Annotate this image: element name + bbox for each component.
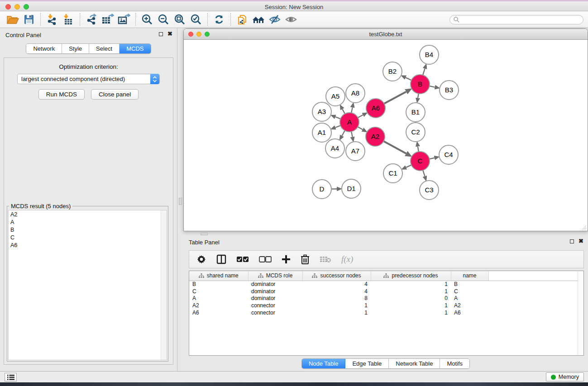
cell-successor_nodes[interactable]: 1 (302, 302, 371, 309)
table-row[interactable]: Bdominator41B (189, 281, 582, 288)
column-visibility-button[interactable] (216, 254, 226, 264)
column-header-name[interactable]: name (451, 271, 488, 281)
graph-node-B1[interactable]: B1 (406, 103, 425, 122)
graph-edge-A-A1[interactable] (335, 125, 340, 127)
column-header-shared-name[interactable]: shared name (189, 271, 248, 281)
run-mcds-button[interactable]: Run MCDS (38, 89, 85, 100)
graph-node-C1[interactable]: C1 (383, 164, 402, 183)
graph-node-C2[interactable]: C2 (406, 123, 425, 142)
cell-successor_nodes[interactable]: 4 (302, 288, 371, 295)
graph-node-B2[interactable]: B2 (383, 62, 402, 81)
result-list-scrollbar[interactable] (161, 210, 167, 360)
mcds-result-item[interactable]: A (9, 218, 167, 226)
cell-mcds_role[interactable]: dominator (248, 281, 302, 288)
search-input[interactable] (449, 15, 583, 24)
import-table-button[interactable] (60, 13, 76, 26)
close-panel-button[interactable]: Close panel (91, 89, 139, 100)
table-row[interactable]: Cdominator41C (189, 288, 582, 295)
cell-shared_name[interactable]: C (189, 288, 248, 295)
graph-node-B[interactable]: B (411, 75, 430, 94)
cell-predecessor_nodes[interactable]: 1 (371, 288, 451, 295)
tab-network-table[interactable]: Network Table (389, 359, 440, 368)
graph-node-D1[interactable]: D1 (342, 179, 361, 198)
cell-successor_nodes[interactable]: 4 (302, 281, 371, 288)
cell-predecessor_nodes[interactable]: 1 (371, 281, 451, 288)
cell-successor_nodes[interactable]: 8 (302, 295, 371, 302)
graph-node-A2[interactable]: A2 (366, 127, 385, 146)
graph-edge-A-A6[interactable] (358, 115, 363, 118)
tab-mcds[interactable]: MCDS (120, 44, 150, 53)
open-session-button[interactable] (5, 13, 21, 26)
criterion-dropdown[interactable]: largest connected component (directed) (17, 74, 160, 84)
cell-shared_name[interactable]: B (189, 281, 248, 288)
graph-edge-A-A2[interactable] (358, 127, 363, 129)
graph-node-A4[interactable]: A4 (325, 139, 344, 158)
memory-button[interactable]: Memory (546, 372, 584, 381)
close-panel-icon[interactable]: ✖ (167, 32, 172, 36)
mcds-result-item[interactable]: A6 (9, 241, 167, 249)
save-session-button[interactable] (21, 13, 37, 26)
mcds-result-item[interactable]: B (9, 226, 167, 234)
hide-selected-button[interactable] (267, 13, 283, 26)
graph-edge-A-A8[interactable] (351, 107, 352, 113)
graph-node-C3[interactable]: C3 (420, 181, 439, 200)
delete-table-button[interactable] (320, 255, 331, 263)
zoom-selected-button[interactable] (188, 13, 204, 26)
import-network-button[interactable] (44, 13, 60, 26)
graph-edge-B-B3[interactable] (430, 86, 435, 87)
graph-edge-C-C2[interactable] (418, 147, 419, 152)
graph-node-C4[interactable]: C4 (439, 145, 458, 164)
mcds-result-list[interactable]: A2ABCA6 (8, 210, 167, 360)
cell-predecessor_nodes[interactable]: 0 (371, 295, 451, 302)
graph-edge-A-A7[interactable] (351, 132, 352, 137)
tab-motifs[interactable]: Motifs (440, 359, 469, 368)
mcds-result-item[interactable]: C (9, 234, 167, 241)
vertical-splitter-handle[interactable] (179, 198, 182, 205)
graph-node-B3[interactable]: B3 (440, 81, 459, 100)
cell-mcds_role[interactable]: connector (248, 302, 302, 309)
function-builder-button[interactable]: f(x) (341, 254, 353, 264)
column-header-predecessor-nodes[interactable]: predecessor nodes (371, 271, 451, 281)
first-neighbors-button[interactable] (250, 13, 267, 26)
show-hidden-button[interactable] (283, 13, 299, 26)
graph-node-A5[interactable]: A5 (326, 87, 345, 106)
graph-node-D[interactable]: D (312, 180, 331, 199)
zoom-fit-button[interactable] (172, 13, 188, 26)
graph-edge-B-B1[interactable] (418, 94, 419, 98)
export-image-button[interactable] (116, 13, 132, 26)
graph-edge-C-C1[interactable] (406, 165, 411, 167)
cell-shared_name[interactable]: A6 (189, 309, 248, 316)
duplicate-network-button[interactable] (234, 13, 250, 26)
graph-edge-A2-C[interactable] (383, 141, 406, 153)
task-history-button[interactable] (5, 373, 17, 381)
export-network-button[interactable] (83, 13, 100, 26)
graph-node-B4[interactable]: B4 (420, 45, 439, 64)
tab-edge-table[interactable]: Edge Table (345, 359, 389, 368)
graph-edge-A-A5[interactable] (342, 109, 345, 114)
graph-edge-A-A3[interactable] (335, 117, 340, 119)
graph-node-A[interactable]: A (340, 113, 359, 132)
graph-edge-A6-B[interactable] (384, 92, 406, 104)
table-settings-button[interactable] (196, 254, 206, 264)
graph-edge-B-B2[interactable] (406, 77, 411, 80)
tab-network[interactable]: Network (26, 44, 62, 53)
graph-node-A3[interactable]: A3 (312, 102, 331, 121)
add-column-button[interactable] (282, 255, 291, 264)
table-scrollbar[interactable] (578, 271, 583, 355)
cell-mcds_role[interactable]: dominator (248, 288, 302, 295)
graph-edge-C-C3[interactable] (423, 170, 425, 176)
cell-name[interactable]: B (451, 281, 488, 288)
zoom-in-button[interactable] (139, 13, 155, 26)
column-header-MCDS-role[interactable]: MCDS role (248, 271, 302, 281)
graph-node-C[interactable]: C (411, 152, 430, 171)
cell-name[interactable]: A6 (451, 309, 488, 316)
table-row[interactable]: Adominator80A (189, 295, 582, 302)
refresh-button[interactable] (211, 13, 227, 26)
resize-grip-icon[interactable] (580, 224, 587, 230)
network-canvas[interactable]: B4B2BB3A5A8A6B1A3AA1C2A2A4A7C4CC1C3DD1 (185, 40, 587, 230)
cell-successor_nodes[interactable]: 1 (302, 309, 371, 316)
zoom-out-button[interactable] (155, 13, 172, 26)
graph-edge-C-C4[interactable] (429, 158, 434, 159)
graph-edge-A-A4[interactable] (342, 130, 344, 136)
close-table-panel-icon[interactable]: ✖ (578, 239, 583, 243)
